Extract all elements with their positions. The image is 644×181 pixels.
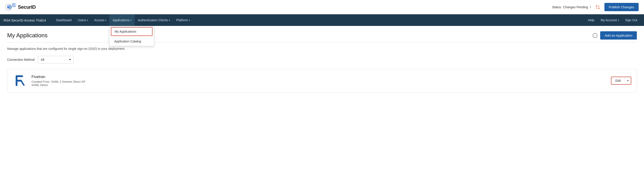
- nav-item-platform[interactable]: Platform ▾: [173, 14, 193, 26]
- edit-dropdown-button[interactable]: ▾: [625, 77, 631, 84]
- nav-applications-label: Applications: [112, 18, 130, 22]
- app-detail-created-from: Created From: SAML 2 Generic Direct SP: [32, 80, 611, 83]
- my-account-arrow-icon: ▾: [618, 19, 619, 22]
- application-catalog-label: Application Catalog: [114, 40, 141, 43]
- platform-arrow-icon: ▾: [189, 19, 190, 22]
- filter-row: Connection Method: All SAML RADIUS LDAP: [7, 56, 637, 64]
- nav-users-label: Users: [78, 18, 86, 22]
- svg-rect-4: [596, 8, 597, 9]
- top-right-area: Status: Changes Pending ▾ Publish Change…: [552, 3, 639, 11]
- my-applications-label: My Applications: [114, 30, 136, 33]
- edit-button[interactable]: Edit: [611, 77, 625, 84]
- auth-clients-arrow-icon: ▾: [169, 19, 170, 22]
- nav-bar: RSA SecurID Access Trial14 Dashboard Use…: [0, 14, 644, 26]
- nav-my-account-label: My Account: [600, 18, 617, 22]
- nav-help-label: Help: [588, 18, 594, 22]
- app-info-fivetran: Fivetran Created From: SAML 2 Generic Di…: [32, 75, 611, 87]
- dropdown-item-my-applications[interactable]: My Applications: [111, 27, 152, 36]
- app-actions-fivetran: Edit ▾: [611, 77, 631, 85]
- nav-access-label: Access: [94, 18, 104, 22]
- nav-item-help[interactable]: Help: [585, 14, 598, 26]
- nav-item-sign-out[interactable]: Sign Out: [622, 14, 640, 26]
- page-header: My Applications i Add an Application: [7, 31, 637, 40]
- top-bar: SecurID Status: Changes Pending ▾ Publis…: [0, 0, 644, 14]
- status-value: Changes Pending: [563, 5, 588, 9]
- notification-icon[interactable]: [594, 4, 601, 10]
- nav-platform-label: Platform: [176, 18, 188, 22]
- app-logo-fivetran: [13, 74, 27, 88]
- nav-brand: RSA SecurID Access Trial14: [4, 18, 46, 22]
- app-detail-saml-direct: SAML Direct: [32, 83, 611, 87]
- app-name-fivetran: Fivetran: [32, 75, 611, 79]
- filter-label: Connection Method:: [7, 58, 35, 62]
- logo-area: SecurID: [5, 3, 36, 12]
- nav-items: Dashboard Users ▾ Access ▾ Applications …: [53, 14, 585, 26]
- app-card-fivetran: Fivetran Created From: SAML 2 Generic Di…: [7, 69, 637, 92]
- status-area: Status: Changes Pending ▾: [552, 5, 591, 9]
- nav-item-authentication-clients[interactable]: Authentication Clients ▾: [134, 14, 173, 26]
- nav-item-users[interactable]: Users ▾: [75, 14, 91, 26]
- applications-arrow-icon: ▾: [130, 19, 132, 22]
- status-label: Status:: [552, 5, 562, 9]
- securid-logo-icon: [5, 3, 16, 12]
- nav-dashboard-label: Dashboard: [56, 18, 72, 22]
- main-content: My Applications i Add an Application Man…: [0, 26, 644, 181]
- page-description: Manage applications that are configured …: [7, 47, 637, 50]
- connection-method-select[interactable]: All SAML RADIUS LDAP: [38, 56, 74, 64]
- svg-rect-2: [596, 5, 597, 7]
- header-right: i Add an Application: [592, 31, 637, 40]
- nav-item-dashboard[interactable]: Dashboard: [53, 14, 75, 26]
- info-icon[interactable]: i: [592, 33, 598, 38]
- publish-changes-button[interactable]: Publish Changes: [604, 3, 639, 11]
- nav-right-items: Help My Account ▾ Sign Out: [585, 14, 640, 26]
- nav-auth-clients-label: Authentication Clients: [138, 18, 168, 22]
- header-divider: [7, 42, 637, 42]
- nav-item-my-account[interactable]: My Account ▾: [598, 14, 622, 26]
- nav-item-applications[interactable]: Applications ▾ My Applications Applicati…: [109, 14, 134, 26]
- status-dropdown-arrow[interactable]: ▾: [590, 6, 591, 8]
- svg-point-1: [8, 6, 10, 8]
- nav-item-access[interactable]: Access ▾: [91, 14, 109, 26]
- nav-sign-out-label: Sign Out: [625, 18, 637, 22]
- dropdown-item-application-catalog[interactable]: Application Catalog: [110, 37, 154, 46]
- applications-dropdown: My Applications Application Catalog: [109, 26, 154, 46]
- svg-rect-5: [598, 8, 600, 9]
- users-arrow-icon: ▾: [87, 19, 88, 22]
- add-application-button[interactable]: Add an Application: [600, 31, 637, 40]
- access-arrow-icon: ▾: [105, 19, 106, 22]
- page-title: My Applications: [7, 32, 48, 39]
- svg-rect-3: [598, 5, 600, 7]
- logo-text: SecurID: [18, 4, 36, 10]
